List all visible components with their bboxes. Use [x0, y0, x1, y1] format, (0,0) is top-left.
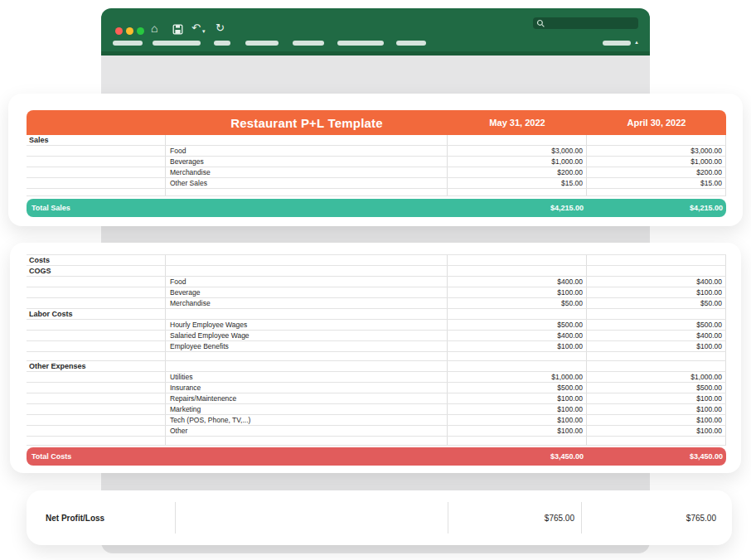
collapse-ribbon-icon[interactable]: ▲	[634, 40, 639, 45]
cell-may[interactable]	[448, 309, 587, 319]
cell-a[interactable]	[27, 426, 166, 436]
cell-a[interactable]	[27, 157, 166, 167]
cell-may[interactable]: $1,000.00	[448, 157, 587, 167]
cell-b[interactable]	[166, 135, 448, 145]
cell-b[interactable]: Merchandise	[166, 167, 448, 177]
cell-may[interactable]	[448, 255, 587, 265]
cell-may[interactable]: $100.00	[448, 287, 587, 297]
cell-may[interactable]: $100.00	[448, 404, 587, 414]
cell-b[interactable]: Marketing	[166, 404, 448, 414]
cell-b[interactable]: Other	[166, 426, 448, 436]
cell-a[interactable]	[27, 189, 166, 196]
cell-a[interactable]: Costs	[27, 255, 166, 265]
cell-a[interactable]	[27, 178, 166, 188]
cell-b[interactable]: Salaried Employee Wage	[166, 331, 448, 340]
cell-april[interactable]: $400.00	[587, 277, 726, 287]
column-header-may[interactable]: May 31, 2022	[448, 118, 587, 128]
ribbon-item-pill[interactable]	[113, 41, 143, 46]
ribbon-item-pill[interactable]	[337, 41, 384, 46]
cell-a[interactable]	[27, 298, 166, 308]
maximize-window-button[interactable]	[137, 27, 144, 35]
cell-may[interactable]: $100.00	[448, 415, 587, 425]
cell-b[interactable]: Beverages	[166, 157, 448, 167]
cell-april[interactable]: $15.00	[587, 178, 726, 188]
cell-may[interactable]: $200.00	[448, 167, 587, 177]
cell-b[interactable]: Beverage	[166, 287, 448, 297]
cell-b[interactable]	[166, 255, 448, 265]
cell-may[interactable]: $3,000.00	[448, 146, 587, 156]
cell-may[interactable]: $400.00	[448, 331, 587, 340]
cell-may[interactable]	[448, 189, 587, 196]
cell-april[interactable]: $100.00	[587, 393, 726, 403]
cell-b[interactable]: Utilities	[166, 372, 448, 382]
cell-april[interactable]: $1,000.00	[587, 157, 726, 167]
cell-a[interactable]	[27, 167, 166, 177]
cell-a[interactable]	[27, 437, 166, 445]
cell-may[interactable]	[448, 361, 587, 371]
cell-may[interactable]	[448, 437, 587, 445]
cell-may[interactable]: $500.00	[448, 320, 587, 330]
cell-may[interactable]	[448, 266, 587, 276]
minimize-window-button[interactable]	[126, 27, 133, 35]
cell-b[interactable]: Repairs/Maintenence	[166, 393, 448, 403]
cell-b[interactable]: Other Sales	[166, 178, 448, 188]
cell-b[interactable]	[166, 309, 448, 319]
home-icon[interactable]: ⌂	[151, 22, 157, 34]
cell-a[interactable]	[27, 393, 166, 403]
cell-b[interactable]: Tech (POS, Phone, TV,...)	[166, 415, 448, 425]
search-input[interactable]	[533, 17, 638, 29]
cell-b[interactable]: Food	[166, 146, 448, 156]
ribbon-item-pill[interactable]	[214, 41, 230, 46]
cell-may[interactable]	[448, 135, 587, 145]
cell-may[interactable]: $1,000.00	[448, 372, 587, 382]
total-costs-row[interactable]: Total Costs $3,450.00 $3,450.00	[27, 447, 726, 466]
cell-b[interactable]	[166, 352, 448, 360]
cell-may[interactable]: $100.00	[448, 341, 587, 351]
cell-may[interactable]: $100.00	[448, 426, 587, 436]
undo-dropdown-icon[interactable]: ▾	[202, 26, 206, 37]
net-profit-spacer-cell[interactable]	[175, 502, 448, 533]
cell-b[interactable]: Merchandise	[166, 298, 448, 308]
ribbon-collapse-pill[interactable]	[603, 41, 631, 46]
cell-a[interactable]	[27, 331, 166, 340]
cell-a[interactable]: Other Expenses	[27, 361, 166, 371]
cell-b[interactable]: Food	[166, 277, 448, 287]
cell-april[interactable]: $500.00	[587, 383, 726, 393]
cell-april[interactable]: $3,000.00	[587, 146, 726, 156]
cell-b[interactable]	[166, 189, 448, 196]
cell-april[interactable]	[587, 255, 726, 265]
cell-april[interactable]: $400.00	[587, 331, 726, 340]
ribbon-item-pill[interactable]	[396, 41, 426, 46]
total-sales-row[interactable]: Total Sales $4,215.00 $4,215.00	[27, 199, 726, 217]
cell-a[interactable]: Labor Costs	[27, 309, 166, 319]
cell-a[interactable]	[27, 383, 166, 393]
cell-a[interactable]	[27, 415, 166, 425]
redo-icon[interactable]: ↻	[216, 22, 225, 34]
cell-april[interactable]	[587, 266, 726, 276]
cell-a[interactable]	[27, 146, 166, 156]
cell-a[interactable]	[27, 277, 166, 287]
cell-april[interactable]	[587, 361, 726, 371]
cell-april[interactable]: $100.00	[587, 341, 726, 351]
ribbon-item-pill[interactable]	[245, 41, 279, 46]
net-profit-may-value[interactable]: $765.00	[448, 502, 581, 533]
cell-april[interactable]: $100.00	[587, 404, 726, 414]
cell-april[interactable]: $100.00	[587, 415, 726, 425]
cell-april[interactable]: $500.00	[587, 320, 726, 330]
ribbon-item-pill[interactable]	[153, 41, 201, 46]
save-icon[interactable]	[172, 24, 183, 35]
cell-may[interactable]: $100.00	[448, 393, 587, 403]
cell-a[interactable]	[27, 404, 166, 414]
cell-a[interactable]	[27, 372, 166, 382]
close-window-button[interactable]	[115, 27, 123, 35]
undo-icon[interactable]: ↶	[191, 22, 201, 34]
cell-april[interactable]: $1,000.00	[587, 372, 726, 382]
cell-april[interactable]: $200.00	[587, 167, 726, 177]
cell-a[interactable]: Sales	[27, 135, 166, 145]
cell-april[interactable]	[587, 189, 726, 196]
cell-april[interactable]: $100.00	[587, 426, 726, 436]
cell-may[interactable]: $15.00	[448, 178, 587, 188]
cell-b[interactable]: Employee Benefits	[166, 341, 448, 351]
cell-b[interactable]	[166, 266, 448, 276]
ribbon-item-pill[interactable]	[293, 41, 324, 46]
